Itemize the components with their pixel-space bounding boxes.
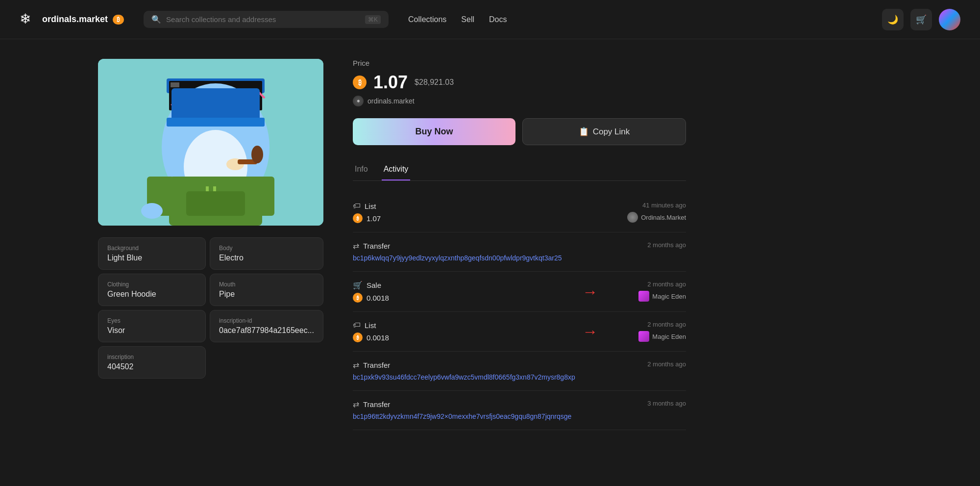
search-bar[interactable]: 🔍 ⌘K — [144, 11, 389, 28]
nav-collections[interactable]: Collections — [408, 15, 446, 24]
tabs: Info Activity — [353, 160, 686, 181]
activity-type-icon: ⇄ — [353, 360, 359, 370]
nav-docs[interactable]: Docs — [489, 15, 507, 24]
activity-list: 🏷 List ₿ 1.07 41 minutes ago Ordinals.Ma… — [353, 193, 686, 430]
activity-type-label: Transfer — [363, 242, 390, 250]
activity-type-label: Transfer — [363, 400, 390, 409]
market-name: ordinals.market — [368, 97, 415, 105]
trait-body-label: Body — [219, 245, 314, 252]
activity-item: 🏷 List ₿ 1.07 41 minutes ago Ordinals.Ma… — [353, 193, 686, 232]
activity-platform: Magic Eden — [638, 331, 686, 342]
activity-item: ⇄ Transfer bc1p96tt2kdyvzkmn4f7z9jw92×0m… — [353, 391, 686, 430]
left-panel: Background Light Blue Body Electro Cloth… — [98, 59, 323, 430]
header-right: 🌙 🛒 — [882, 9, 960, 30]
trait-background: Background Light Blue — [98, 237, 206, 270]
trait-eyes-label: Eyes — [107, 317, 196, 324]
trait-mouth-label: Mouth — [219, 281, 314, 288]
search-input[interactable] — [166, 15, 360, 24]
platform-logo-icon — [638, 331, 649, 342]
trait-clothing-label: Clothing — [107, 281, 196, 288]
platform-logo-icon — [638, 291, 649, 302]
activity-item: ⇄ Transfer bc1pxk9v93su46fdcc7eelyp6vwfa… — [353, 352, 686, 391]
btc-icon: ₿ — [353, 76, 367, 89]
trait-inscription-id-value: 0ace7af877984a2165eec... — [219, 326, 314, 335]
trait-mouth-value: Pipe — [219, 290, 314, 299]
svg-point-15 — [251, 146, 263, 163]
activity-amount: 1.07 — [367, 214, 381, 223]
platform-logo-icon — [627, 212, 638, 223]
buy-now-button[interactable]: Buy Now — [353, 118, 515, 145]
platform-name: Ordinals.Market — [641, 214, 686, 221]
activity-btc-icon: ₿ — [353, 333, 363, 342]
trait-inscription-id: inscription-id 0ace7af877984a2165eec... — [210, 310, 323, 342]
svg-rect-10 — [247, 177, 274, 216]
activity-item: 🛒 Sale ₿ 0.0018 2 months ago Magic Eden … — [353, 272, 686, 312]
search-icon: 🔍 — [151, 15, 161, 24]
traits-grid: Background Light Blue Body Electro Cloth… — [98, 237, 323, 379]
trait-body: Body Electro — [210, 237, 323, 270]
svg-rect-3 — [171, 82, 179, 87]
svg-point-16 — [141, 203, 163, 219]
marketplace-row: ❄ ordinals.market — [353, 96, 686, 106]
logo-text: ordinals.market — [42, 14, 108, 25]
activity-type-label: List — [365, 321, 376, 330]
tab-info[interactable]: Info — [353, 160, 370, 180]
right-panel: Price ₿ 1.07 $28,921.03 ❄ ordinals.marke… — [353, 59, 686, 430]
nft-image — [98, 59, 323, 226]
trait-eyes: Eyes Visor — [98, 310, 206, 342]
nav-sell[interactable]: Sell — [461, 15, 474, 24]
activity-platform: Magic Eden — [638, 291, 686, 302]
copy-link-button[interactable]: 📋 Copy Link — [522, 118, 686, 145]
tab-activity[interactable]: Activity — [382, 160, 411, 180]
activity-tx-link[interactable]: bc1p96tt2kdyvzkmn4f7z9jw92×0mexxhe7vrsfj… — [353, 412, 571, 420]
activity-time: 41 minutes ago — [627, 202, 686, 209]
activity-time: 2 months ago — [638, 321, 686, 328]
activity-item: ⇄ Transfer bc1p6kwlqq7y9jyy9edlzvyxylqzx… — [353, 232, 686, 272]
copy-icon: 📋 — [579, 127, 589, 137]
activity-time: 3 months ago — [647, 400, 686, 407]
activity-time: 2 months ago — [647, 241, 686, 249]
market-logo-icon: ❄ — [353, 96, 364, 106]
arrow-indicator-2: → — [582, 323, 598, 341]
activity-tx-link[interactable]: bc1pxk9v93su46fdcc7eelyp6vwfa9wzc5vmdl8f… — [353, 373, 575, 381]
btc-badge: ₿ — [113, 15, 124, 25]
nav: Collections Sell Docs — [408, 15, 507, 24]
trait-inscription-id-label: inscription-id — [219, 317, 314, 324]
trait-body-value: Electro — [219, 254, 314, 262]
copy-link-label: Copy Link — [593, 127, 630, 137]
activity-type-icon: 🛒 — [353, 281, 363, 290]
trait-inscription-label: inscription — [107, 354, 196, 360]
activity-tx-link[interactable]: bc1p6kwlqq7y9jyy9edlzvyxylqzxnthp8geqfsd… — [353, 254, 562, 262]
dark-mode-button[interactable]: 🌙 — [882, 9, 904, 30]
trait-mouth: Mouth Pipe — [210, 274, 323, 306]
activity-time: 2 months ago — [638, 281, 686, 288]
activity-amount: 0.0018 — [367, 333, 389, 342]
activity-type-icon: 🏷 — [353, 321, 361, 330]
trait-background-label: Background — [107, 245, 196, 252]
cart-button[interactable]: 🛒 — [910, 9, 932, 30]
activity-type-label: Sale — [367, 281, 381, 289]
trait-eyes-value: Visor — [107, 326, 196, 335]
activity-btc-icon: ₿ — [353, 293, 363, 303]
trait-background-value: Light Blue — [107, 254, 196, 262]
svg-rect-5 — [172, 88, 260, 123]
search-kbd: ⌘K — [365, 15, 381, 24]
activity-type-icon: ⇄ — [353, 241, 359, 251]
price-btc: 1.07 — [373, 72, 408, 93]
activity-time: 2 months ago — [647, 360, 686, 368]
svg-rect-6 — [167, 118, 265, 127]
platform-name: Magic Eden — [652, 293, 686, 300]
activity-platform: Ordinals.Market — [627, 212, 686, 223]
price-usd: $28,921.03 — [415, 78, 454, 87]
activity-type-label: Transfer — [363, 361, 390, 369]
activity-item: 🏷 List ₿ 0.0018 2 months ago Magic Eden … — [353, 312, 686, 352]
avatar[interactable] — [939, 9, 960, 30]
logo-area[interactable]: ❄ ordinals.market ₿ — [20, 11, 124, 28]
trait-inscription: inscription 404502 — [98, 346, 206, 379]
activity-type-icon: ⇄ — [353, 400, 359, 409]
action-buttons: Buy Now 📋 Copy Link — [353, 118, 686, 145]
activity-amount: 0.0018 — [367, 294, 389, 302]
svg-rect-17 — [186, 191, 245, 216]
trait-inscription-value: 404502 — [107, 362, 196, 371]
activity-btc-icon: ₿ — [353, 213, 363, 223]
